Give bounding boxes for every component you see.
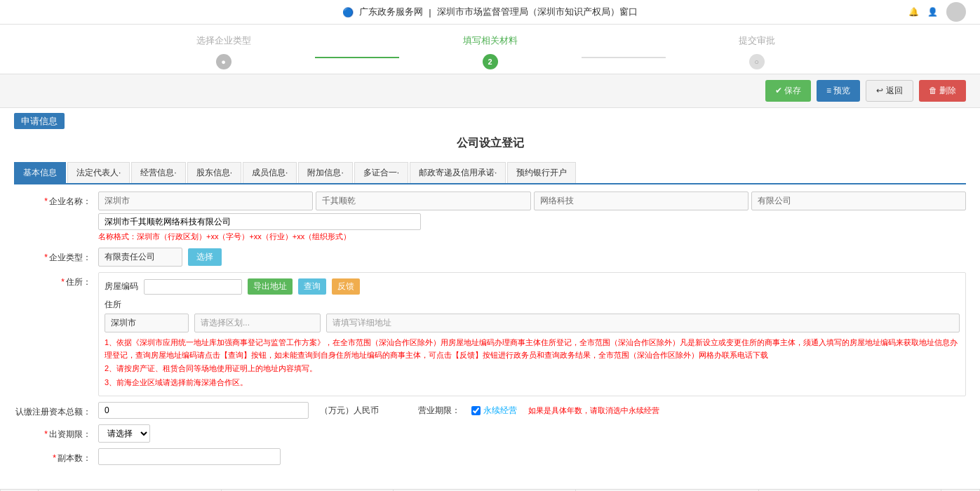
period-field: 请选择 <box>98 424 966 443</box>
tab-biz[interactable]: 经营信息· <box>131 162 185 183</box>
form-title: 公司设立登记 <box>0 136 980 151</box>
address-notes: 1、依据《深圳市应用统一地址库加强商事登记与监管工作方案》，在全市范围（深汕合作… <box>105 337 960 389</box>
tabs: 基本信息 法定代表人· 经营信息· 股东信息· 成员信息· 附加信息· 多证合一… <box>14 162 966 184</box>
company-name-field: 深圳市 千其顺乾 网络科技 有限公司 名称格式：深圳市（行政区划）+xx（字号）… <box>98 191 966 242</box>
user-avatar <box>946 2 966 22</box>
biz-period-label: 营业期限： <box>418 405 460 417</box>
back-button[interactable]: ↩ 返回 <box>866 80 913 102</box>
tab-postal[interactable]: 邮政寄递及信用承诺· <box>410 162 506 183</box>
site-name: 广东政务服务网 <box>359 6 423 18</box>
export-address-button[interactable]: 导出地址 <box>248 278 293 295</box>
name-part-city: 深圳市 <box>98 191 313 210</box>
header-right: 🔔 👤 <box>908 2 966 22</box>
query-address-button[interactable]: 查询 <box>298 278 326 295</box>
step-2-label: 填写相关材料 <box>463 34 518 47</box>
type-row: 有限责任公司 选择 <box>98 248 966 267</box>
address-note-3: 3、前海企业区域请选择前海深港合作区。 <box>105 377 960 389</box>
save-button[interactable]: ✔ 保存 <box>765 80 811 102</box>
company-type-row: 企业类型： 有限责任公司 选择 <box>14 248 966 267</box>
copies-input[interactable] <box>98 448 281 465</box>
copies-field <box>98 448 966 465</box>
step-1: 选择企业类型 ● <box>133 34 315 69</box>
tab-multi[interactable]: 多证合一· <box>354 162 408 183</box>
step-connector-2 <box>582 57 666 58</box>
company-name-input[interactable] <box>98 213 421 230</box>
step-2-circle: 2 <box>483 54 498 69</box>
company-name-hint: 名称格式：深圳市（行政区划）+xx（字号）+xx（行业）+xx（组织形式） <box>98 231 966 242</box>
biz-period-hint: 如果是具体年数，请取消选中永续经营 <box>528 405 659 416</box>
bell-icon[interactable]: 🔔 <box>908 7 919 17</box>
form-content: 企业名称： 深圳市 千其顺乾 网络科技 有限公司 名称格式：深圳市（行政区划）+… <box>0 184 980 478</box>
step-3: 提交审批 ○ <box>666 34 848 69</box>
company-type-field: 有限责任公司 选择 <box>98 248 966 267</box>
step-2: 填写相关材料 2 <box>399 34 582 69</box>
feedback-button[interactable]: 反馈 <box>332 278 360 295</box>
period-select[interactable]: 请选择 <box>98 424 150 443</box>
section-label: 申请信息 <box>14 113 65 129</box>
content-card: 申请信息 公司设立登记 基本信息 法定代表人· 经营信息· 股东信息· 成员信息… <box>0 108 980 491</box>
tab-legal[interactable]: 法定代表人· <box>67 162 130 183</box>
delete-button[interactable]: 🗑 删除 <box>919 80 966 102</box>
name-parts: 深圳市 千其顺乾 网络科技 有限公司 <box>98 191 966 210</box>
capital-unit: （万元）人民币 <box>320 405 379 417</box>
capital-field: （万元）人民币 营业期限： 永续经营 如果是具体年数，请取消选中永续经营 <box>98 402 966 419</box>
address-detail-placeholder[interactable]: 请填写详细地址 <box>326 314 960 332</box>
section-header: 申请信息 <box>0 108 980 128</box>
capital-label: 认缴注册资本总额： <box>14 402 98 418</box>
address-row1: 房屋编码 导出地址 查询 反馈 <box>105 278 960 295</box>
address-row: 住所： 房屋编码 导出地址 查询 反馈 住所 深圳市 请选择 <box>14 272 966 396</box>
tab-basic[interactable]: 基本信息 <box>14 162 66 183</box>
address-field: 房屋编码 导出地址 查询 反馈 住所 深圳市 请选择区划... 请填写详细地址 <box>98 272 966 396</box>
preview-button[interactable]: ≡ 预览 <box>817 80 860 102</box>
select-type-button[interactable]: 选择 <box>188 248 222 266</box>
period-row: 出资期限： 请选择 <box>14 424 966 443</box>
tab-bank[interactable]: 预约银行开户 <box>507 162 576 183</box>
tab-shareholder[interactable]: 股东信息· <box>187 162 241 183</box>
name-part-keyword: 千其顺乾 <box>316 191 530 210</box>
biz-period-checkbox-text: 永续经营 <box>483 405 517 417</box>
biz-period-checkbox-label[interactable]: 永续经营 <box>471 405 517 417</box>
company-name-label: 企业名称： <box>14 191 98 208</box>
site-subtitle: 深圳市市场监督管理局（深圳市知识产权局）窗口 <box>437 6 638 18</box>
company-name-row: 企业名称： 深圳市 千其顺乾 网络科技 有限公司 名称格式：深圳市（行政区划）+… <box>14 191 966 242</box>
tabs-container: 基本信息 法定代表人· 经营信息· 股东信息· 成员信息· 附加信息· 多证合一… <box>0 162 980 184</box>
toolbar: ✔ 保存 ≡ 预览 ↩ 返回 🗑 删除 <box>0 74 980 108</box>
tab-member[interactable]: 成员信息· <box>243 162 297 183</box>
capital-row: （万元）人民币 营业期限： 永续经营 如果是具体年数，请取消选中永续经营 <box>98 402 966 419</box>
tab-attach[interactable]: 附加信息· <box>298 162 352 183</box>
user-icon[interactable]: 👤 <box>927 7 938 17</box>
house-code-input[interactable] <box>144 279 242 295</box>
steps-bar: 选择企业类型 ● 填写相关材料 2 提交审批 ○ <box>0 25 980 74</box>
copies-row: 副本数： <box>14 448 966 465</box>
header-divider: | <box>429 7 431 18</box>
copies-label: 副本数： <box>14 448 98 464</box>
step-connector-1 <box>315 57 399 58</box>
header-icon: 🔵 <box>342 7 354 18</box>
address-row2: 深圳市 请选择区划... 请填写详细地址 <box>105 314 960 332</box>
name-part-industry: 网络科技 <box>534 191 749 210</box>
capital-input[interactable] <box>98 402 309 419</box>
header: 🔵 广东政务服务网 | 深圳市市场监督管理局（深圳市知识产权局）窗口 🔔 👤 <box>0 0 980 25</box>
address-note-1: 1、依据《深圳市应用统一地址库加强商事登记与监管工作方案》，在全市范围（深汕合作… <box>105 337 960 361</box>
address-label: 住所： <box>14 272 98 288</box>
step-1-circle: ● <box>216 54 231 69</box>
address-note-2: 2、请按房产证、租赁合同等场地使用证明上的地址内容填写。 <box>105 363 960 375</box>
company-type-value: 有限责任公司 <box>98 248 182 267</box>
period-label: 出资期限： <box>14 424 98 440</box>
capital-biz-row: 认缴注册资本总额： （万元）人民币 营业期限： 永续经营 如果是具体年数，请取消… <box>14 402 966 419</box>
main-wrapper: 申请信息 公司设立登记 基本信息 法定代表人· 经营信息· 股东信息· 成员信息… <box>0 108 980 491</box>
name-part-type: 有限公司 <box>751 191 966 210</box>
step-1-label: 选择企业类型 <box>196 34 251 47</box>
header-title: 🔵 广东政务服务网 | 深圳市市场监督管理局（深圳市知识产权局）窗口 <box>342 6 637 18</box>
address-district[interactable]: 请选择区划... <box>194 314 321 332</box>
company-type-label: 企业类型： <box>14 248 98 264</box>
biz-period-checkbox[interactable] <box>471 406 481 415</box>
step-3-circle: ○ <box>749 54 765 69</box>
address-city: 深圳市 <box>105 314 189 332</box>
house-code-label: 房屋编码 <box>105 281 138 292</box>
address-location-label: 住所 <box>105 299 960 311</box>
step-3-label: 提交审批 <box>739 34 775 47</box>
address-block: 房屋编码 导出地址 查询 反馈 住所 深圳市 请选择区划... 请填写详细地址 <box>98 272 966 396</box>
